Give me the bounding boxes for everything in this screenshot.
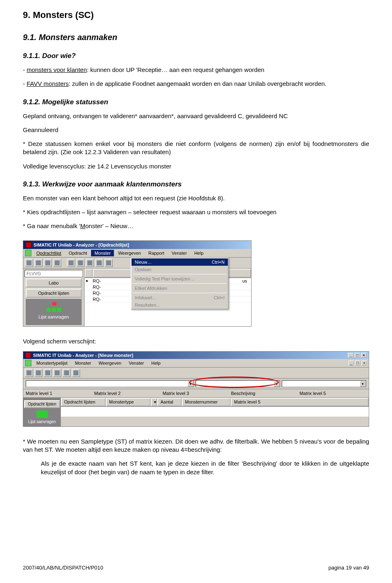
- col-header: Aantal: [157, 398, 182, 406]
- toolbar-button[interactable]: [86, 259, 94, 267]
- menu-opdrachtlijst[interactable]: Opdrachtlijst: [33, 250, 65, 256]
- close-button[interactable]: ×: [361, 361, 367, 365]
- menu-opdracht[interactable]: Opdracht: [65, 250, 90, 256]
- menu-label: Opdrachtlijst: [36, 251, 61, 256]
- cell: RQ-: [90, 290, 103, 296]
- dd-item-resultaten[interactable]: Resultaten…: [131, 301, 228, 309]
- menu-help[interactable]: Help: [148, 360, 164, 366]
- col-header: Monstertype: [106, 398, 151, 406]
- side-field[interactable]: FLVVG: [24, 270, 83, 277]
- dd-item-nieuw[interactable]: Nieuw… Ctrl+N: [131, 258, 228, 266]
- dropdown-arrow-icon[interactable]: ▾: [360, 381, 366, 387]
- titlebar[interactable]: SIMATIC IT Unilab - Analyzer - [Opdracht…: [23, 241, 251, 249]
- col-header: Opdracht lijsten: [61, 398, 106, 406]
- dd-item-testplan[interactable]: Volledig Test Plan toewijzen…: [131, 275, 228, 283]
- text: -: [23, 80, 27, 87]
- para-geannuleerd: Geannuleerd: [23, 126, 369, 134]
- menubar: Opdrachtlijst Opdracht Monster Weergeven…: [23, 249, 251, 258]
- toolbar-button[interactable]: [105, 259, 113, 267]
- dd-item-infokaart[interactable]: Infokaart… Ctrl+I: [131, 294, 228, 301]
- filter-label-l2: Matrix level 2: [94, 391, 161, 396]
- toolbar-button[interactable]: [53, 259, 61, 267]
- titlebar[interactable]: SIMATIC IT Unilab - Analyzer - [Nieuw mo…: [23, 352, 369, 359]
- mnemonic-letter: M: [80, 222, 85, 229]
- side-button-opdracht[interactable]: Opdracht lijsten: [26, 289, 82, 298]
- dd-shortcut: Ctrl+N: [212, 260, 225, 265]
- toolbar-button[interactable]: [72, 369, 80, 377]
- page-footer: 2007/40/LAB/NL/DISPATCH/P010 pagina 19 v…: [23, 565, 369, 571]
- cell: RQ-: [90, 296, 103, 302]
- grid-header: Opdracht lijsten Monstertype ▾ Aantal Mo…: [61, 398, 369, 407]
- footer-doc-id: 2007/40/LAB/NL/DISPATCH/P010: [23, 565, 103, 571]
- maximize-button[interactable]: □: [355, 361, 361, 365]
- heading-9.1.2: 9.1.2. Mogelijke statussen: [23, 98, 369, 106]
- menu-venster[interactable]: Venster: [168, 250, 190, 256]
- text: : zullen in de applicatie Foodnet aangem…: [69, 80, 326, 87]
- menu-icon: [25, 250, 31, 256]
- toolbar-button[interactable]: [67, 259, 75, 267]
- maximize-button[interactable]: □: [354, 353, 360, 358]
- footer-page-num: pagina 19 van 49: [328, 565, 369, 571]
- filter-field[interactable]: ▾: [196, 380, 280, 387]
- app-icon: [25, 352, 31, 358]
- toolbar-button[interactable]: [44, 369, 52, 377]
- toolbar-button[interactable]: [62, 369, 71, 377]
- menubar: Monstertypelijst Monster Weergeven Venst…: [23, 359, 369, 368]
- minimize-button[interactable]: _: [348, 353, 354, 358]
- filter-label-l4: Beschrijving: [231, 391, 298, 396]
- toolbar-button[interactable]: [25, 369, 33, 377]
- monster-dropdown: Nieuw… Ctrl+N Opslaan Volledig Test Plan…: [131, 258, 229, 309]
- side-button-labo[interactable]: Labo: [26, 278, 82, 287]
- dd-item-etiket[interactable]: Etiket Afdrukken: [131, 285, 228, 292]
- para-913a: Een monster van een klant behoort altijd…: [23, 194, 369, 202]
- menu-monster[interactable]: Monster: [71, 360, 94, 366]
- close-button[interactable]: ×: [361, 353, 367, 358]
- para-after-2: Als je de exacte naam van het ST kent, k…: [41, 460, 369, 476]
- menu-weergeven[interactable]: Weergeven: [115, 250, 144, 256]
- para-note-star: * Deze statussen komen enkel voor bij mo…: [23, 140, 369, 157]
- menu-help[interactable]: Help: [191, 250, 207, 256]
- toolbar-button[interactable]: [34, 259, 42, 267]
- menu-monstertypelijst[interactable]: Monstertypelijst: [33, 360, 71, 366]
- screenshot-nieuw-monster: SIMATIC IT Unilab - Analyzer - [Nieuw mo…: [23, 351, 369, 427]
- dropdown-arrow-icon[interactable]: ▾: [187, 381, 194, 387]
- row-arrow-icon: ▸: [86, 278, 90, 283]
- filter-label-l3: Matrix level 3: [163, 391, 229, 396]
- menu-weergeven[interactable]: Weergeven: [95, 360, 125, 366]
- underlined-term: FAVV monsters: [27, 80, 69, 87]
- tree-icon: [47, 302, 61, 313]
- side-label-lijst[interactable]: Lijst aanvragen: [38, 314, 69, 319]
- toolbar-button[interactable]: [95, 259, 103, 267]
- para-913c: * Ga naar menubalk 'Monster' – Nieuw…: [23, 222, 369, 230]
- dropdown-arrow-icon[interactable]: ▾: [274, 381, 280, 387]
- menu-icon: [25, 360, 31, 366]
- dd-item-opslaan[interactable]: Opslaan: [131, 266, 228, 273]
- filter-field[interactable]: ▾: [26, 380, 194, 387]
- text: * Ga naar menubalk ': [23, 222, 80, 229]
- filter-bar-top: ▾ ▾ ▾: [23, 379, 369, 389]
- col-header-empty: [85, 269, 93, 278]
- dd-separator: [133, 283, 227, 284]
- side-panel: FLVVG Labo Opdracht lijsten Lijst aanvra…: [23, 269, 85, 326]
- dd-separator: [133, 293, 227, 293]
- menu-monster[interactable]: Monster: [91, 250, 114, 256]
- window-buttons: _ □ ×: [348, 353, 367, 358]
- para-913b: * Kies opdrachtlijsten – lijst aanvragen…: [23, 208, 369, 216]
- cell: us: [240, 278, 249, 284]
- heading-9.1.3: 9.1.3. Werkwijze voor aanmaak klantenmon…: [23, 180, 369, 188]
- menu-rapport[interactable]: Rapport: [145, 250, 167, 256]
- para-volgend-scherm: Volgend scherm verschijnt:: [23, 337, 369, 345]
- para-levenscyclus: Volledige levenscyclus: zie 14.2 Levensc…: [23, 162, 369, 170]
- left-button-opdracht[interactable]: Opdracht lijsten: [24, 400, 60, 408]
- menu-venster[interactable]: Venster: [125, 360, 147, 366]
- window-title: SIMATIC IT Unilab - Analyzer - [Opdracht…: [33, 242, 129, 247]
- toolbar-button[interactable]: [76, 259, 85, 267]
- minimize-button[interactable]: _: [348, 361, 354, 365]
- col-header: Matrix level 5: [231, 398, 369, 406]
- toolbar-button[interactable]: [25, 259, 33, 267]
- toolbar-button[interactable]: [53, 369, 61, 377]
- filter-field[interactable]: ▾: [282, 380, 366, 387]
- toolbar-button[interactable]: [34, 369, 42, 377]
- app-icon: [26, 242, 31, 248]
- toolbar-button[interactable]: [44, 259, 52, 267]
